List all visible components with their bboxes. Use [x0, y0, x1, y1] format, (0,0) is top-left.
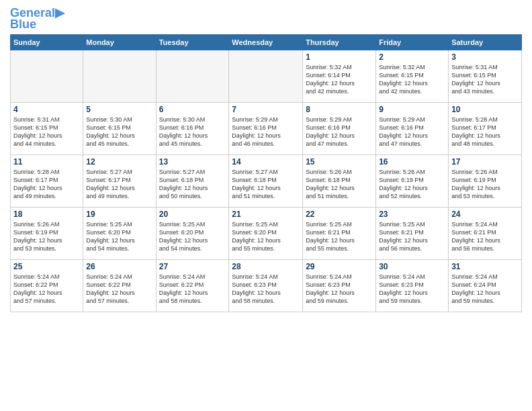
- day-info: Sunrise: 5:30 AMSunset: 6:16 PMDaylight:…: [159, 116, 226, 148]
- calendar-cell: 3Sunrise: 5:31 AMSunset: 6:15 PMDaylight…: [449, 50, 522, 102]
- day-number: 9: [379, 105, 445, 114]
- day-info: Sunrise: 5:32 AMSunset: 6:14 PMDaylight:…: [306, 63, 373, 96]
- calendar-cell: [83, 50, 156, 102]
- day-number: 27: [159, 262, 226, 271]
- calendar-cell: 11Sunrise: 5:28 AMSunset: 6:17 PMDayligh…: [11, 154, 83, 207]
- day-info: Sunrise: 5:24 AMSunset: 6:22 PMDaylight:…: [86, 273, 152, 306]
- weekday-header-friday: Friday: [376, 34, 449, 50]
- calendar-cell: 29Sunrise: 5:24 AMSunset: 6:23 PMDayligh…: [303, 259, 376, 312]
- page-container: General▶ Blue SundayMondayTuesdayWednesd…: [0, 0, 532, 319]
- weekday-header-sunday: Sunday: [11, 34, 83, 50]
- week-row-1: 1Sunrise: 5:32 AMSunset: 6:14 PMDaylight…: [11, 50, 522, 102]
- calendar-cell: 12Sunrise: 5:27 AMSunset: 6:17 PMDayligh…: [83, 154, 156, 207]
- day-number: 13: [159, 157, 226, 167]
- day-info: Sunrise: 5:24 AMSunset: 6:23 PMDaylight:…: [232, 273, 300, 306]
- week-row-3: 11Sunrise: 5:28 AMSunset: 6:17 PMDayligh…: [11, 154, 522, 207]
- day-number: 21: [232, 210, 300, 219]
- day-number: 14: [232, 157, 300, 167]
- day-info: Sunrise: 5:26 AMSunset: 6:19 PMDaylight:…: [379, 168, 445, 201]
- day-number: 12: [86, 157, 152, 167]
- calendar-cell: 7Sunrise: 5:29 AMSunset: 6:16 PMDaylight…: [229, 102, 303, 154]
- calendar-cell: 8Sunrise: 5:29 AMSunset: 6:16 PMDaylight…: [303, 102, 376, 154]
- calendar-cell: 15Sunrise: 5:26 AMSunset: 6:18 PMDayligh…: [303, 154, 376, 207]
- calendar-cell: 14Sunrise: 5:27 AMSunset: 6:18 PMDayligh…: [229, 154, 303, 207]
- day-number: 19: [86, 210, 152, 219]
- calendar-cell: 1Sunrise: 5:32 AMSunset: 6:14 PMDaylight…: [303, 50, 376, 102]
- day-number: 26: [86, 262, 152, 271]
- day-info: Sunrise: 5:25 AMSunset: 6:21 PMDaylight:…: [306, 220, 373, 253]
- calendar-cell: 13Sunrise: 5:27 AMSunset: 6:18 PMDayligh…: [156, 154, 229, 207]
- calendar-cell: 16Sunrise: 5:26 AMSunset: 6:19 PMDayligh…: [376, 154, 449, 207]
- day-number: 1: [306, 52, 373, 62]
- weekday-header-thursday: Thursday: [303, 34, 376, 50]
- calendar-cell: 10Sunrise: 5:28 AMSunset: 6:17 PMDayligh…: [449, 102, 522, 154]
- week-row-2: 4Sunrise: 5:31 AMSunset: 6:15 PMDaylight…: [11, 102, 522, 154]
- calendar-cell: 24Sunrise: 5:24 AMSunset: 6:21 PMDayligh…: [449, 207, 522, 259]
- calendar-cell: 28Sunrise: 5:24 AMSunset: 6:23 PMDayligh…: [229, 259, 303, 312]
- day-info: Sunrise: 5:30 AMSunset: 6:15 PMDaylight:…: [86, 116, 152, 148]
- day-info: Sunrise: 5:27 AMSunset: 6:17 PMDaylight:…: [86, 168, 152, 201]
- day-info: Sunrise: 5:24 AMSunset: 6:22 PMDaylight:…: [159, 273, 226, 306]
- calendar-table: SundayMondayTuesdayWednesdayThursdayFrid…: [10, 34, 522, 312]
- weekday-header-monday: Monday: [83, 34, 156, 50]
- calendar-cell: 4Sunrise: 5:31 AMSunset: 6:15 PMDaylight…: [11, 102, 83, 154]
- day-info: Sunrise: 5:29 AMSunset: 6:16 PMDaylight:…: [306, 116, 373, 148]
- calendar-cell: 31Sunrise: 5:24 AMSunset: 6:24 PMDayligh…: [449, 259, 522, 312]
- day-info: Sunrise: 5:32 AMSunset: 6:15 PMDaylight:…: [379, 63, 445, 96]
- day-info: Sunrise: 5:25 AMSunset: 6:20 PMDaylight:…: [232, 220, 300, 253]
- day-info: Sunrise: 5:24 AMSunset: 6:23 PMDaylight:…: [379, 273, 445, 306]
- day-number: 6: [159, 105, 226, 114]
- day-number: 3: [451, 52, 519, 62]
- header: General▶ Blue: [10, 7, 522, 32]
- day-info: Sunrise: 5:28 AMSunset: 6:17 PMDaylight:…: [13, 168, 80, 201]
- calendar-cell: 6Sunrise: 5:30 AMSunset: 6:16 PMDaylight…: [156, 102, 229, 154]
- day-number: 2: [379, 52, 445, 62]
- day-info: Sunrise: 5:27 AMSunset: 6:18 PMDaylight:…: [159, 168, 226, 201]
- day-info: Sunrise: 5:27 AMSunset: 6:18 PMDaylight:…: [232, 168, 300, 201]
- day-info: Sunrise: 5:26 AMSunset: 6:19 PMDaylight:…: [451, 168, 519, 201]
- day-number: 28: [232, 262, 300, 271]
- day-info: Sunrise: 5:29 AMSunset: 6:16 PMDaylight:…: [232, 116, 300, 148]
- day-number: 18: [13, 210, 80, 219]
- day-info: Sunrise: 5:24 AMSunset: 6:23 PMDaylight:…: [306, 273, 373, 306]
- calendar-cell: 22Sunrise: 5:25 AMSunset: 6:21 PMDayligh…: [303, 207, 376, 259]
- calendar-cell: [229, 50, 303, 102]
- day-number: 8: [306, 105, 373, 114]
- day-number: 25: [13, 262, 80, 271]
- weekday-header-saturday: Saturday: [449, 34, 522, 50]
- calendar-cell: 20Sunrise: 5:25 AMSunset: 6:20 PMDayligh…: [156, 207, 229, 259]
- day-number: 10: [451, 105, 519, 114]
- day-info: Sunrise: 5:26 AMSunset: 6:18 PMDaylight:…: [306, 168, 373, 201]
- day-number: 11: [13, 157, 80, 167]
- calendar-cell: [11, 50, 83, 102]
- calendar-cell: 27Sunrise: 5:24 AMSunset: 6:22 PMDayligh…: [156, 259, 229, 312]
- calendar-cell: 5Sunrise: 5:30 AMSunset: 6:15 PMDaylight…: [83, 102, 156, 154]
- day-info: Sunrise: 5:24 AMSunset: 6:21 PMDaylight:…: [451, 220, 519, 253]
- calendar-cell: [156, 50, 229, 102]
- day-info: Sunrise: 5:26 AMSunset: 6:19 PMDaylight:…: [13, 220, 80, 253]
- calendar-cell: 26Sunrise: 5:24 AMSunset: 6:22 PMDayligh…: [83, 259, 156, 312]
- day-number: 7: [232, 105, 300, 114]
- calendar-cell: 18Sunrise: 5:26 AMSunset: 6:19 PMDayligh…: [11, 207, 83, 259]
- day-number: 4: [13, 105, 80, 114]
- calendar-cell: 25Sunrise: 5:24 AMSunset: 6:22 PMDayligh…: [11, 259, 83, 312]
- day-info: Sunrise: 5:25 AMSunset: 6:20 PMDaylight:…: [86, 220, 152, 253]
- day-info: Sunrise: 5:28 AMSunset: 6:17 PMDaylight:…: [451, 116, 519, 148]
- day-info: Sunrise: 5:25 AMSunset: 6:21 PMDaylight:…: [379, 220, 445, 253]
- calendar-cell: 17Sunrise: 5:26 AMSunset: 6:19 PMDayligh…: [449, 154, 522, 207]
- day-number: 15: [306, 157, 373, 167]
- day-number: 16: [379, 157, 445, 167]
- day-number: 5: [86, 105, 152, 114]
- weekday-header-tuesday: Tuesday: [156, 34, 229, 50]
- day-number: 29: [306, 262, 373, 271]
- day-number: 30: [379, 262, 445, 271]
- day-info: Sunrise: 5:24 AMSunset: 6:22 PMDaylight:…: [13, 273, 80, 306]
- day-info: Sunrise: 5:24 AMSunset: 6:24 PMDaylight:…: [451, 273, 519, 306]
- day-number: 17: [451, 157, 519, 167]
- day-info: Sunrise: 5:31 AMSunset: 6:15 PMDaylight:…: [451, 63, 519, 96]
- day-number: 24: [451, 210, 519, 219]
- weekday-header-wednesday: Wednesday: [229, 34, 303, 50]
- calendar-cell: 19Sunrise: 5:25 AMSunset: 6:20 PMDayligh…: [83, 207, 156, 259]
- week-row-4: 18Sunrise: 5:26 AMSunset: 6:19 PMDayligh…: [11, 207, 522, 259]
- day-number: 20: [159, 210, 226, 219]
